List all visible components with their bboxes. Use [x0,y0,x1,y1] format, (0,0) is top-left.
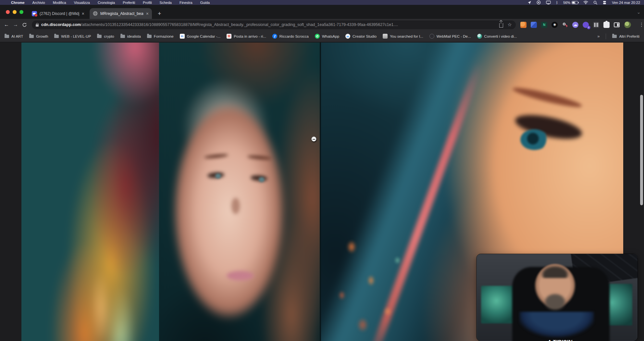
extension-icon-black-circle[interactable]: ✳ [551,22,558,28]
folder-icon [147,35,152,38]
minimize-window-button[interactable] [13,10,17,14]
extension-icon-green-n[interactable]: N [541,22,547,28]
menu-item-guida[interactable]: Guida [200,1,210,5]
new-tab-button[interactable]: + [158,11,161,17]
spotlight-search-icon[interactable] [593,1,597,5]
bluetooth-icon[interactable]: ᛒ [556,1,558,5]
desktop: Chrome Archivio Modifica Visualizza Cron… [0,0,644,341]
extension-icon-blue-wave[interactable] [531,22,537,28]
other-bookmarks-folder[interactable]: Altri Preferiti [612,34,639,38]
tab-title: MRregista_Abstract_beauty._ [100,11,143,16]
screen-record-icon[interactable] [537,0,541,5]
bookmarks-overflow-chevron[interactable]: » [597,34,600,39]
close-window-button[interactable] [6,10,10,14]
bookmark-folder-ai-art[interactable]: AI ART [5,34,23,38]
zoom-out-cursor [311,136,316,142]
menu-item-visualizza[interactable]: Visualizza [74,1,90,5]
globe-favicon [93,11,98,16]
battery-icon [572,1,578,4]
bookmark-you-searched[interactable]: You searched for I... [383,34,423,39]
maximize-window-button[interactable] [19,10,23,14]
chrome-toolbar: ← → cdn.discordapp.com/attachments/10135… [0,19,644,31]
facebook-icon: f [272,34,277,39]
folder-icon [120,35,125,38]
extensions-row: N ✳ ☁ 6 ⋮ [520,21,644,28]
bookmark-star-icon[interactable]: ☆ [508,22,512,28]
extension-icon-key[interactable] [562,22,568,28]
menu-item-modifica[interactable]: Modifica [53,1,66,5]
extension-icon-orange[interactable] [520,22,526,28]
extension-icon-grid[interactable] [593,22,599,28]
folder-icon [54,35,59,38]
wifi-icon[interactable] [583,1,588,4]
webmail-icon [429,34,434,39]
meta-icon: ∞ [345,34,350,39]
share-icon[interactable] [499,23,503,28]
bookmark-webmail-pec[interactable]: WebMail PEC - De... [429,34,471,39]
discord-favicon [32,11,37,16]
vertical-scrollbar-thumb[interactable] [640,95,643,205]
extension-icon-purple-badge[interactable]: 6 [583,22,589,28]
bookmark-folder-web-level-up[interactable]: WEB - LEVEL-UP [54,34,91,38]
presenter-hair [537,261,573,278]
bookmark-folder-growth[interactable]: Growth [29,34,48,38]
profile-avatar[interactable] [624,21,631,28]
folder-icon [5,35,9,38]
chrome-tab-strip: (2762) Discord | @Midjourney × MRregista… [0,5,644,19]
menu-item-finestra[interactable]: Finestra [180,1,192,5]
menu-item-profili[interactable]: Profili [143,1,152,5]
close-tab-icon[interactable]: × [82,11,84,16]
bookmark-folder-idealista[interactable]: idealista [120,34,141,38]
chrome-menu-kebab-icon[interactable]: ⋮ [639,22,644,28]
menu-item-archivio[interactable]: Archivio [32,1,45,5]
fast-user-switch-icon[interactable] [602,1,607,5]
folder-icon [612,35,617,38]
presenter-shirt [519,312,594,341]
bookmark-creator-studio[interactable]: ∞Creator Studio [345,34,377,39]
url-text: cdn.discordapp.com/attachments/101351233… [41,22,497,27]
image-panel-portrait [159,43,320,341]
tab-title: (2762) Discord | @Midjourney [40,11,79,16]
close-tab-icon[interactable]: × [146,11,149,16]
bookmark-google-calendar[interactable]: 31Google Calendar -... [180,34,221,39]
whatsapp-icon: ✆ [315,34,320,39]
bookmarks-bar: AI ART Growth WEB - LEVEL-UP crypto idea… [0,31,644,42]
converter-icon [477,34,482,39]
forward-button[interactable]: → [11,22,20,28]
tab-search-chevron-icon[interactable]: › [636,12,641,14]
menu-item-scheda[interactable]: Scheda [160,1,172,5]
extension-badge-count: 6 [587,26,590,29]
menu-item-cronologia[interactable]: Cronologia [98,1,115,5]
extensions-puzzle-icon[interactable] [603,22,610,28]
webcam-overlay: A TIRISIN [477,254,638,341]
bookmark-facebook[interactable]: fRiccardo Scrocca [272,34,309,39]
webcam-caption-clipped: A TIRISIN [547,339,572,341]
lock-icon[interactable] [36,24,39,27]
window-controls [6,10,23,14]
address-bar[interactable]: cdn.discordapp.com/attachments/101351233… [32,20,516,29]
folder-icon [97,35,102,38]
bookmark-folder-formazione[interactable]: Formazione [147,34,174,38]
display-mirroring-icon[interactable] [546,1,551,5]
side-panel-icon[interactable] [614,22,620,28]
menu-item-chrome[interactable]: Chrome [11,1,25,5]
tab-image-active[interactable]: MRregista_Abstract_beauty._ × [90,8,152,19]
bookmark-gmail[interactable]: MPosta in arrivo - ri... [227,34,266,39]
generic-page-icon [383,34,388,39]
battery-percent: 56% [563,1,570,5]
extension-icon-cloud[interactable]: ☁ [572,22,578,28]
back-button[interactable]: ← [2,22,11,28]
menu-bar-clock[interactable]: Ven 24 mar 20:22 [612,1,640,5]
gmail-icon: M [227,34,231,39]
reload-button[interactable] [20,22,29,27]
location-arrow-icon[interactable] [527,1,531,5]
battery-indicator[interactable]: 56% [563,1,578,5]
presenter-beard [540,292,570,314]
bookmark-folder-crypto[interactable]: crypto [97,34,114,38]
bookmark-converti-video[interactable]: Converti i video di... [477,34,517,39]
tab-discord[interactable]: (2762) Discord | @Midjourney × [29,8,88,19]
macos-menu-bar: Chrome Archivio Modifica Visualizza Cron… [0,0,644,5]
menu-item-preferiti[interactable]: Preferiti [123,1,135,5]
bookmark-whatsapp[interactable]: ✆WhatsApp [315,34,339,39]
folder-icon [29,35,34,38]
